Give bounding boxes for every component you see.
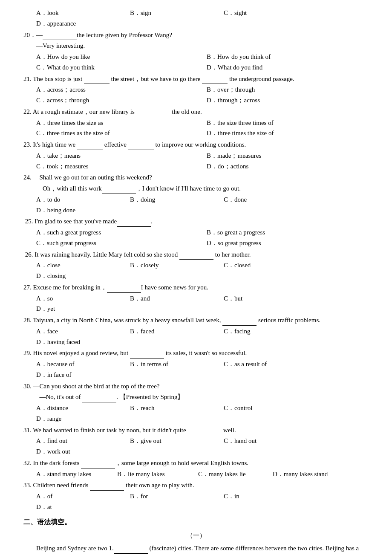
q28-options: A．face B．faced C．facing D．having faced: [36, 326, 369, 347]
q22-optA: A．three times the size as: [36, 118, 198, 128]
q30-optC: C．control: [224, 403, 309, 413]
q32-optB: B．lie many lakes: [117, 469, 190, 480]
q33-options: A．of B．for C．in D．at: [36, 491, 369, 512]
q24-optB: B．doing: [130, 194, 215, 205]
q28-optA: A．face: [36, 326, 121, 337]
blank-1: [114, 553, 148, 554]
q26-blank: [179, 259, 213, 260]
q24-blank: [102, 194, 136, 194]
q28-optD: D．having faced: [36, 337, 121, 347]
q20-optD: D．What do you find: [207, 62, 369, 73]
q20-blank: [43, 40, 77, 40]
section2-para1: Beijing and Sydney are two 1. (fascinate…: [23, 543, 369, 555]
q32-options: A．stand many lakes B．lie many lakes C．ma…: [36, 469, 369, 480]
question-22: 22. At a rough estimate，our new library …: [23, 107, 369, 139]
q30-sub: —No, it's out of . 【Presented by Spring】: [36, 392, 369, 402]
q33-optA: A．of: [36, 491, 121, 502]
q22-optB: B．the size three times of: [207, 118, 369, 128]
q19-optC: C．sight: [224, 8, 309, 18]
q26-optD: D．closing: [36, 271, 121, 281]
q25-blank: [117, 226, 151, 227]
question-33: 33. Children need friends their own age …: [23, 480, 369, 512]
q33-text: 33. Children need friends their own age …: [23, 480, 369, 491]
q22-options: A．three times the size as B．the size thr…: [36, 118, 369, 139]
question-21: 21. The bus stop is just the street，but …: [23, 74, 369, 106]
question-27: 27. Excuse me for breaking in，I have som…: [23, 282, 369, 314]
q32-blank: [81, 468, 115, 468]
q27-optC: C．but: [224, 293, 309, 304]
q32-optC: C．many lakes lie: [198, 469, 264, 480]
q29-optD: D．in face of: [36, 370, 121, 380]
question-32: 32. In the dark forests ，some large enou…: [23, 458, 369, 480]
q24-sub: —Oh，with all this work，I don't know if I…: [36, 183, 369, 194]
q32-optD: D．many lakes stand: [273, 469, 339, 480]
q25-optB: B．so great a progress: [207, 227, 369, 238]
question-31: 31. We had wanted to finish our task by …: [23, 425, 369, 457]
q21-optC: C．across；through: [36, 95, 198, 106]
q27-options: A．so B．and C．but D．yet: [36, 293, 369, 315]
q23-optD: D．do；actions: [207, 161, 369, 172]
q26-optA: A．close: [36, 260, 121, 271]
question-30: 30. —Can you shoot at the bird at the to…: [23, 381, 369, 424]
q25-optD: D．so great progress: [207, 238, 369, 249]
q23-blank2: [128, 150, 154, 150]
q24-options: A．to do B．doing C．done D．being done: [36, 194, 369, 216]
q32-optA: A．stand many lakes: [36, 469, 109, 480]
q31-optB: B．give out: [130, 436, 215, 446]
q20-text: 20．—the lecture given by Professor Wang?: [23, 30, 369, 40]
q27-optD: D．yet: [36, 304, 121, 314]
question-23: 23. It's high time we effective to impro…: [23, 139, 369, 171]
q26-optC: C．closed: [224, 260, 309, 271]
q30-blank: [82, 402, 116, 402]
q33-optD: D．at: [36, 502, 121, 512]
q31-blank: [187, 435, 222, 435]
q19-optB: B．sign: [130, 8, 215, 18]
q24-text: 24. —Shall we go out for an outing this …: [23, 172, 369, 183]
q21-optD: D．through；across: [207, 95, 369, 106]
q28-optC: C．facing: [224, 326, 309, 337]
q20-options: A．How do you like B．How do you think of …: [36, 52, 369, 73]
q24-optA: A．to do: [36, 194, 121, 205]
q28-text: 28. Taiyuan, a city in North China, was …: [23, 315, 369, 326]
q21-blank1: [84, 84, 110, 84]
q26-optB: B．closely: [130, 260, 215, 271]
q27-text: 27. Excuse me for breaking in，I have som…: [23, 282, 369, 293]
q27-optB: B．and: [130, 293, 215, 304]
q30-optB: B．reach: [130, 403, 215, 413]
question-29: 29. His novel enjoyed a good review, but…: [23, 348, 369, 380]
q21-optA: A．across；across: [36, 84, 198, 95]
q32-text: 32. In the dark forests ，some large enou…: [23, 458, 369, 468]
q25-optA: A．such a great progress: [36, 227, 198, 238]
question-20: 20．—the lecture given by Professor Wang?…: [23, 30, 369, 73]
q33-optB: B．for: [130, 491, 215, 502]
q24-optC: C．done: [224, 194, 309, 205]
question-26: 26. It was raining heavily. Little Mary …: [23, 249, 369, 281]
q23-options: A．take；means B．made；measures C．took；meas…: [36, 150, 369, 172]
q22-optC: C．three times as the size of: [36, 128, 198, 139]
q31-optD: D．work out: [36, 446, 121, 457]
question-28: 28. Taiyuan, a city in North China, was …: [23, 315, 369, 347]
q26-text: 26. It was raining heavily. Little Mary …: [23, 249, 369, 260]
q29-options: A．because of B．in terms of C．as a result…: [36, 359, 369, 380]
q30-optD: D．range: [36, 413, 121, 424]
q31-options: A．find out B．give out C．hand out D．work …: [36, 436, 369, 457]
q29-blank: [130, 358, 164, 358]
q21-options: A．across；across B．over；through C．across；…: [36, 84, 369, 106]
question-24: 24. —Shall we go out for an outing this …: [23, 172, 369, 215]
q23-blank1: [77, 150, 103, 150]
q20-optA: A．How do you like: [36, 52, 198, 62]
q20-optB: B．How do you think of: [207, 52, 369, 62]
q27-blank: [107, 292, 141, 293]
q29-optB: B．in terms of: [130, 359, 215, 370]
q31-optA: A．find out: [36, 436, 121, 446]
q30-text: 30. —Can you shoot at the bird at the to…: [23, 381, 369, 392]
q26-options: A．close B．closely C．closed D．closing: [36, 260, 369, 281]
q31-text: 31. We had wanted to finish our task by …: [23, 425, 369, 436]
section2-title: 二、语法填空。: [23, 518, 71, 526]
q25-options: A．such a great progress B．so great a pro…: [36, 227, 369, 249]
q33-blank: [90, 490, 124, 491]
q25-optC: C．such great progress: [36, 238, 198, 249]
q31-optC: C．hand out: [224, 436, 309, 446]
q19-optD: D．appearance: [36, 18, 121, 29]
q21-text: 21. The bus stop is just the street，but …: [23, 74, 369, 84]
